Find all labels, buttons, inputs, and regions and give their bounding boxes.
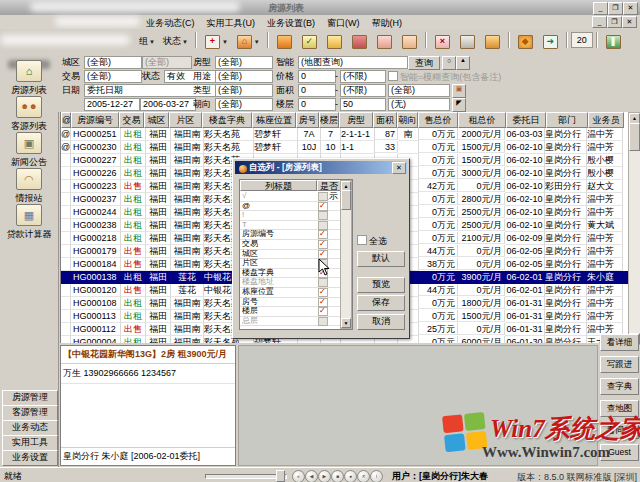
column-header-13[interactable]: 租总价 (458, 112, 506, 128)
scrollbar-thumb[interactable] (629, 123, 640, 151)
record-slider-thumb[interactable] (276, 470, 285, 482)
filter-combo[interactable]: (全部) (142, 56, 192, 69)
exit-icon[interactable]: ❚ (601, 32, 626, 50)
filter-combo[interactable]: (全部) (215, 56, 273, 69)
status-dropdown[interactable]: 状态▼ (159, 32, 192, 50)
action-button-2[interactable]: 查字典 (600, 378, 639, 395)
action-button-4[interactable]: 看同行 (600, 422, 639, 439)
price-min-input[interactable]: 0 (298, 70, 336, 83)
sidebar-item-house[interactable]: ⌂房源列表 (0, 60, 58, 97)
record-nav-icon[interactable]: i (370, 470, 383, 482)
group-dropdown[interactable]: 组▼ (135, 32, 159, 50)
floor-min-input[interactable]: 0 (298, 98, 336, 111)
column-header-4[interactable]: 片区 (169, 112, 202, 128)
printer-icon[interactable] (455, 32, 480, 50)
column-header-10[interactable]: 面积 (373, 112, 397, 128)
filter-combo[interactable]: (不限) (340, 84, 386, 97)
child-restore-button[interactable]: ❐ (607, 16, 622, 28)
column-header-7[interactable]: 房号 (296, 112, 319, 128)
doc-orange-icon[interactable] (272, 32, 297, 50)
minimize-button[interactable]: _ (593, 2, 608, 15)
card-pink-icon[interactable] (372, 32, 397, 50)
table-row[interactable]: @HG000230出租福田福田南彩天名苑碧梦轩10J101-1330万元1500… (61, 141, 628, 154)
filter-combo[interactable]: (全部) (84, 56, 142, 69)
dialog-title-bar[interactable]: 自选列 - [房源列表] (235, 161, 407, 174)
menu-item[interactable]: 实用工具(U) (201, 15, 262, 29)
expand-filter-button[interactable]: ◤ (452, 98, 466, 112)
filter-combo[interactable]: (不限) (340, 70, 386, 83)
column-visible-header[interactable]: 是否显示 (317, 180, 341, 191)
action-button-0[interactable]: 看详细 (600, 334, 639, 351)
select-all-checkbox[interactable]: 全选 (357, 235, 387, 248)
action-button-guest[interactable]: Guest (600, 444, 639, 461)
record-nav-icon[interactable]: ▶ (318, 470, 331, 482)
sidebar-item-calculator[interactable]: ▦贷款计算器 (0, 204, 58, 241)
column-header-3[interactable]: 城区 (144, 112, 169, 128)
folder-icon[interactable] (480, 32, 505, 50)
record-nav-icon[interactable]: ● (344, 470, 357, 482)
column-header-6[interactable]: 栋座位置 (252, 112, 296, 128)
filter-combo[interactable]: (全部) (215, 70, 273, 83)
column-header-5[interactable]: 楼盘字典 (202, 112, 252, 128)
action-button-1[interactable]: 写跟进 (600, 356, 639, 373)
save-filter-button[interactable]: ▣ (452, 84, 466, 98)
date-to-input[interactable]: 2006-03-27 (140, 98, 196, 111)
column-visible-checkbox[interactable] (318, 317, 328, 326)
column-header-0[interactable]: @ (61, 112, 71, 128)
title-bar[interactable]: 房源列表 _❐✕ (0, 0, 640, 16)
date-from-input[interactable]: 2005-12-27 (84, 98, 140, 111)
record-slider[interactable] (205, 474, 287, 479)
close-button[interactable]: ✕ (623, 2, 638, 15)
menu-item[interactable]: 业务动态(C) (140, 15, 201, 29)
table-row[interactable]: @HG000251出租福田福田南彩天名苑碧梦轩7A72-1-1-187南0万元2… (61, 128, 628, 141)
note-icon[interactable]: ✓ (297, 32, 322, 50)
column-header-16[interactable]: 业务员 (588, 112, 624, 128)
menu-item[interactable]: 业务设置(B) (261, 15, 321, 29)
search-circle-button[interactable]: ○ (442, 56, 456, 70)
card-red-icon[interactable] (347, 32, 372, 50)
menu-item[interactable]: 窗口(W) (321, 15, 366, 29)
restore-button[interactable]: ❐ (608, 2, 623, 15)
sidebar-section-button[interactable]: 实用工具 (2, 435, 58, 451)
child-close-button[interactable]: ✕ (622, 16, 637, 28)
floor-max-input[interactable]: 50 (340, 98, 386, 111)
dialog-scrollbar-thumb[interactable] (341, 190, 351, 210)
filter-combo[interactable]: (全部) (215, 98, 273, 111)
filter-combo[interactable]: (全部) (84, 70, 142, 83)
column-header-14[interactable]: 委托日 (506, 112, 546, 128)
sidebar-section-button[interactable]: 业务设置 (2, 450, 58, 466)
action-button-3[interactable]: 查地图 (600, 400, 639, 417)
record-nav-icon[interactable]: ◀ (305, 470, 318, 482)
record-nav-icon[interactable]: ✕ (357, 470, 370, 482)
preview-button[interactable]: 预览 (357, 277, 405, 293)
diamond-icon[interactable]: ◆ (513, 32, 538, 50)
card-yellow-icon[interactable] (322, 32, 347, 50)
card-peach-icon[interactable] (397, 32, 422, 50)
house-button[interactable]: ⌂▼ (232, 32, 264, 50)
sidebar-item-clients[interactable]: ☻☻客源列表 (0, 96, 58, 133)
filter-combo[interactable]: (全部) (215, 84, 273, 97)
column-header-9[interactable]: 房型 (339, 112, 373, 128)
save-button[interactable]: 保存 (357, 295, 405, 311)
fuzzy-search-checkbox[interactable]: 智能=模糊查询(包含备注) (388, 71, 501, 84)
go-arrow-icon[interactable]: ➜ (538, 32, 563, 50)
sidebar-section-button[interactable]: 客源管理 (2, 405, 58, 421)
smart-search-input[interactable]: (地图查询) (298, 56, 408, 69)
sidebar-item-news[interactable]: ▣新闻公告 (0, 132, 58, 169)
doc-pink-icon[interactable]: × (430, 32, 455, 50)
sidebar-section-button[interactable]: 业务动态 (2, 420, 58, 436)
area-min-input[interactable]: 0 (298, 84, 336, 97)
sidebar-section-button[interactable]: 房源管理 (2, 390, 58, 406)
sidebar-item-info-station[interactable]: ◠情报站 (0, 168, 58, 205)
cancel-button[interactable]: 取消 (357, 314, 405, 330)
column-header-11[interactable]: 朝向 (397, 112, 418, 128)
record-nav-icon[interactable]: « (292, 470, 305, 482)
filter-combo[interactable]: (无) (388, 98, 450, 111)
child-minimize-button[interactable]: _ (592, 16, 607, 28)
default-button[interactable]: 默认 (357, 251, 405, 267)
record-nav-icon[interactable]: ■ (331, 470, 344, 482)
dialog-close-button[interactable]: ✕ (392, 162, 406, 174)
column-header-8[interactable]: 楼层 (319, 112, 339, 128)
menu-item[interactable]: 帮助(H) (366, 15, 409, 29)
column-header-12[interactable]: 售总价 (418, 112, 458, 128)
